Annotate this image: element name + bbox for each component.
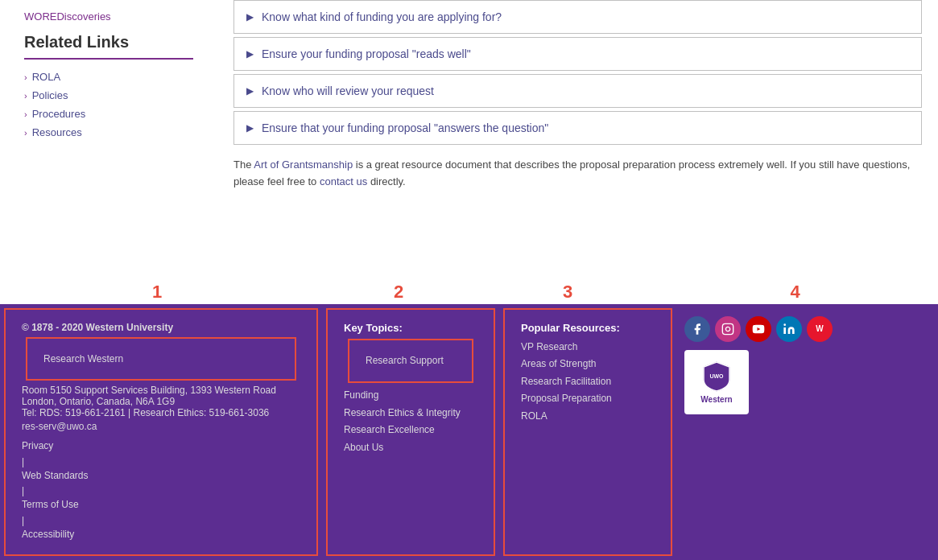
footer: © 1878 - 2020 Western University Researc… [0,304,938,560]
accordion-arrow-icon: ▶ [246,48,254,60]
footer-popular-resources-heading: Popular Resources: [521,322,655,334]
footer-email-link[interactable]: res-serv@uwo.ca [22,418,300,434]
sidebar-link-resources[interactable]: › Resources [24,123,193,142]
footer-address1: Room 5150 Support Services Building, 139… [22,385,300,396]
badge-number-2: 2 [394,282,403,303]
linkedin-icon[interactable] [776,316,802,342]
western-logo-box: UWO Western [684,350,749,414]
footer-col-address: © 1878 - 2020 Western University Researc… [4,308,318,556]
art-of-grantsmanship-link[interactable]: Art of Grantsmanship [254,159,353,171]
footer-accessibility-link[interactable]: Accessibility [22,526,300,542]
content-area: ▶ Know what kind of funding you are appl… [217,0,938,280]
instagram-icon[interactable] [715,316,741,342]
accordion-item-1: ▶ Ensure your funding proposal "reads we… [233,37,922,71]
accordion-item-2: ▶ Know who will review your request [233,74,922,108]
footer-privacy-link[interactable]: Privacy [22,438,300,454]
footer-proposal-preparation-link[interactable]: Proposal Preparation [521,390,655,408]
related-links-title: Related Links [24,33,193,60]
chevron-icon: › [24,109,27,119]
accordion-item-0: ▶ Know what kind of funding you are appl… [233,0,922,34]
accordion-arrow-icon: ▶ [246,85,254,97]
sidebar-link-rola-label: ROLA [32,71,60,83]
svg-rect-3 [783,327,786,334]
chevron-icon: › [24,72,27,82]
footer-phone: Tel: RDS: 519-661-2161 | Research Ethics… [22,407,300,418]
accordion-header-3[interactable]: ▶ Ensure that your funding proposal "ans… [234,112,921,144]
footer-address2: London, Ontario, Canada, N6A 1G9 [22,396,300,407]
facebook-icon[interactable] [684,316,710,342]
sidebar-link-resources-label: Resources [32,126,82,138]
footer-col-key-topics: Key Topics: Research Support Funding Res… [326,308,495,556]
western-logo-text: Western [700,395,733,404]
accordion-header-0[interactable]: ▶ Know what kind of funding you are appl… [234,1,921,33]
sidebar-link-procedures[interactable]: › Procedures [24,105,193,123]
footer-about-us-link[interactable]: About Us [344,439,477,457]
footer-copyright: © 1878 - 2020 Western University [22,322,300,333]
accordion-header-2[interactable]: ▶ Know who will review your request [234,75,921,107]
accordion-item-3: ▶ Ensure that your funding proposal "ans… [233,111,922,145]
sidebar-link-procedures-label: Procedures [32,108,85,120]
badge-spacer-2: 2 [314,282,483,303]
svg-text:UWO: UWO [709,373,724,379]
footer-col-social: W UWO Western [676,304,938,560]
number-badges-row: 1 2 3 4 [0,280,938,304]
footer-research-excellence-link[interactable]: Research Excellence [344,422,477,439]
paragraph-suffix2: directly. [370,175,406,187]
sidebar-link-rola[interactable]: › ROLA [24,68,193,86]
chevron-icon: › [24,91,27,101]
sidebar: WOREDiscoveries Related Links › ROLA › P… [0,0,217,280]
western-logo: UWO Western [700,360,733,404]
badge-number-4: 4 [790,282,800,303]
footer-vp-research-link[interactable]: VP Research [521,339,655,356]
badge-spacer-1: 1 [0,282,314,303]
western-shield-icon: UWO [700,360,733,393]
footer-col-popular-resources: Popular Resources: VP Research Areas of … [503,308,672,556]
footer-areas-of-strength-link[interactable]: Areas of Strength [521,356,655,373]
accordion-title-3: Ensure that your funding proposal "answe… [262,121,548,134]
badge-spacer-3: 3 [483,282,652,303]
footer-termsofuse-link[interactable]: Terms of Use [22,496,300,513]
accordion-header-1[interactable]: ▶ Ensure your funding proposal "reads we… [234,38,921,70]
accordion-arrow-icon: ▶ [246,122,254,134]
footer-funding-link[interactable]: Funding [344,387,477,405]
accordion-title-0: Know what kind of funding you are applyi… [262,10,502,23]
main-content: WOREDiscoveries Related Links › ROLA › P… [0,0,938,280]
contact-us-link[interactable]: contact us [320,175,367,187]
sidebar-link-policies[interactable]: › Policies [24,86,193,105]
accordion-title-1: Ensure your funding proposal "reads well… [262,47,471,60]
footer-research-support-link[interactable]: Research Support [348,339,473,384]
footer-rola-link[interactable]: ROLA [521,408,655,426]
footer-key-topics-heading: Key Topics: [344,322,477,334]
sidebar-link-policies-label: Policies [32,89,68,101]
footer-legal-links: Privacy | Web Standards | Terms of Use |… [22,438,300,542]
footer-research-ethics-link[interactable]: Research Ethics & Integrity [344,405,477,422]
footer-webstandards-link[interactable]: Web Standards [22,467,300,484]
accordion-title-2: Know who will review your request [262,84,434,97]
youtube-icon[interactable] [746,316,771,342]
chevron-icon: › [24,128,27,138]
sidebar-item-wuwo[interactable]: WOREDiscoveries [24,8,193,25]
paragraph-prefix: The [233,159,251,171]
weibo-icon[interactable]: W [807,316,833,342]
social-icons-row: W [684,316,833,342]
badge-number-3: 3 [563,282,572,303]
svg-rect-0 [722,323,733,334]
footer-org-name[interactable]: Research Western [26,337,296,381]
badge-number-1: 1 [152,282,162,303]
badge-spacer-4: 4 [652,282,938,303]
footer-research-facilitation-link[interactable]: Research Facilitation [521,373,655,391]
page-wrapper: WOREDiscoveries Related Links › ROLA › P… [0,0,938,560]
accordion-arrow-icon: ▶ [246,11,254,23]
body-paragraph: The Art of Grantsmanship is a great reso… [233,157,922,191]
svg-point-4 [783,323,786,326]
